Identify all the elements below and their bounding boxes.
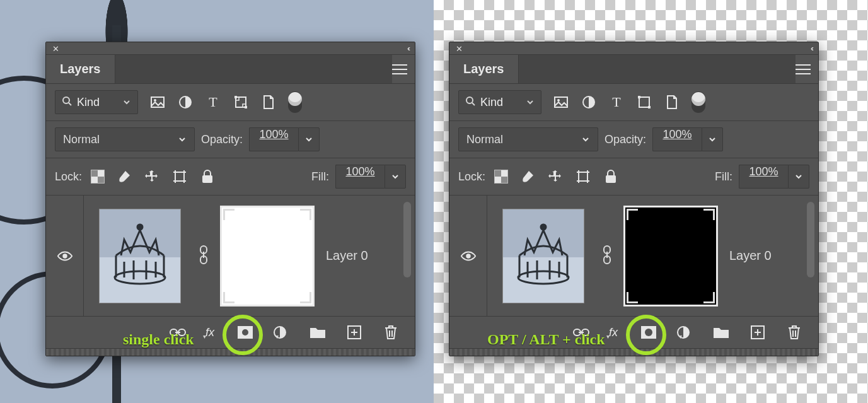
callout-text: OPT / ALT + click	[487, 331, 605, 348]
filter-toggle[interactable]	[288, 91, 302, 113]
svg-rect-9	[234, 96, 237, 98]
svg-point-51	[541, 225, 546, 230]
link-icon[interactable]	[602, 245, 612, 267]
lock-all-icon[interactable]	[199, 168, 216, 185]
new-group-icon[interactable]	[712, 324, 730, 341]
filter-smartobject-icon[interactable]	[664, 94, 680, 110]
tab-layers[interactable]: Layers	[46, 55, 115, 83]
lock-artboard-icon[interactable]	[171, 168, 188, 185]
svg-point-6	[154, 99, 156, 102]
svg-point-17	[63, 254, 67, 258]
panel-titlebar[interactable]: ✕ ‹‹	[46, 42, 415, 55]
fill-input[interactable]: 100%	[739, 165, 788, 189]
fill-dropdown[interactable]	[788, 165, 809, 189]
filter-kind-select[interactable]: Kind	[458, 90, 541, 114]
svg-rect-8	[236, 97, 246, 107]
filter-pixel-icon[interactable]	[149, 94, 166, 110]
layer-style-button[interactable]: fx▾	[609, 326, 621, 339]
filter-shape-icon[interactable]	[636, 94, 652, 110]
new-layer-icon[interactable]	[749, 324, 767, 341]
filter-smartobject-icon[interactable]	[260, 94, 277, 110]
lock-artboard-icon[interactable]	[575, 168, 591, 185]
blend-mode-select[interactable]: Normal	[55, 127, 195, 151]
adjustment-layer-button[interactable]: ▾	[676, 325, 693, 339]
opacity-dropdown[interactable]	[298, 127, 320, 151]
lock-all-icon[interactable]	[603, 168, 619, 185]
opacity-label: Opacity:	[201, 133, 243, 146]
opacity-input[interactable]: 100%	[249, 127, 298, 151]
toggle-knob	[288, 92, 302, 106]
filter-shape-icon[interactable]	[233, 94, 249, 110]
svg-rect-48	[606, 175, 616, 183]
panel-menu-icon[interactable]	[796, 64, 811, 75]
close-icon[interactable]: ✕	[52, 44, 59, 54]
scrollbar[interactable]	[403, 202, 411, 277]
delete-layer-icon[interactable]	[382, 324, 400, 341]
panel-resizer[interactable]	[449, 348, 818, 356]
chevron-down-icon	[122, 98, 131, 107]
blend-mode-select[interactable]: Normal	[458, 127, 598, 151]
new-layer-icon[interactable]	[345, 324, 363, 341]
svg-point-38	[557, 99, 560, 102]
svg-point-35	[466, 97, 473, 103]
svg-point-3	[63, 97, 69, 103]
filter-pixel-icon[interactable]	[553, 94, 569, 110]
layers-panel: ✕ ‹‹ Layers Kind	[45, 42, 415, 356]
scrollbar[interactable]	[807, 202, 814, 277]
close-icon[interactable]: ✕	[456, 44, 463, 54]
lock-position-icon[interactable]	[144, 168, 160, 185]
filter-kind-select[interactable]: Kind	[55, 90, 138, 114]
layer-thumbnail[interactable]	[496, 206, 591, 307]
lock-transparency-icon[interactable]	[494, 170, 508, 184]
layer-row[interactable]: Layer 0	[84, 196, 415, 316]
new-group-icon[interactable]	[309, 324, 327, 341]
lock-brush-icon[interactable]	[519, 168, 536, 185]
add-mask-button[interactable]	[236, 324, 254, 341]
filter-kind-label: Kind	[480, 96, 503, 109]
tab-layers[interactable]: Layers	[449, 55, 519, 83]
chevron-down-icon	[526, 98, 535, 107]
filter-type-icon[interactable]: T	[608, 94, 625, 110]
add-mask-button[interactable]	[640, 324, 657, 341]
svg-rect-41	[638, 96, 640, 98]
callout-text: single click	[123, 331, 194, 348]
svg-line-36	[472, 103, 475, 105]
opacity-dropdown[interactable]	[702, 127, 723, 151]
lock-brush-icon[interactable]	[116, 168, 132, 185]
filter-type-icon[interactable]: T	[205, 94, 221, 110]
collapse-icon[interactable]: ‹‹	[811, 44, 812, 53]
visibility-eye-icon[interactable]	[57, 248, 73, 264]
layer-mask-thumbnail[interactable]	[623, 206, 718, 307]
svg-point-59	[645, 329, 652, 336]
collapse-icon[interactable]: ‹‹	[407, 44, 408, 53]
toggle-knob	[692, 92, 705, 106]
fill-dropdown[interactable]	[385, 165, 406, 189]
blend-row: Normal Opacity: 100%	[46, 121, 415, 158]
layer-mask-thumbnail[interactable]	[220, 206, 315, 307]
filter-row: Kind T	[449, 84, 818, 121]
link-icon[interactable]	[199, 245, 209, 267]
layer-name-label[interactable]: Layer 0	[326, 248, 368, 263]
svg-point-50	[518, 271, 569, 284]
fill-input[interactable]: 100%	[335, 165, 385, 189]
visibility-eye-icon[interactable]	[460, 248, 477, 264]
filter-adjustment-icon[interactable]	[177, 94, 194, 110]
layer-style-button[interactable]: fx▾	[205, 326, 217, 339]
layer-name-label[interactable]: Layer 0	[729, 248, 772, 263]
panel-resizer[interactable]	[46, 348, 415, 356]
lock-row: Lock: Fill: 100%	[46, 158, 415, 196]
svg-rect-10	[245, 106, 247, 108]
blend-mode-value: Normal	[63, 133, 100, 146]
delete-layer-icon[interactable]	[785, 324, 803, 341]
svg-rect-11	[175, 172, 184, 181]
lock-transparency-icon[interactable]	[91, 170, 105, 184]
filter-adjustment-icon[interactable]	[581, 94, 597, 110]
layer-thumbnail[interactable]	[93, 206, 187, 307]
panel-menu-icon[interactable]	[392, 64, 407, 75]
panel-titlebar[interactable]: ✕ ‹‹	[449, 42, 818, 55]
lock-position-icon[interactable]	[547, 168, 564, 185]
filter-toggle[interactable]	[692, 91, 705, 113]
opacity-input[interactable]: 100%	[652, 127, 702, 151]
adjustment-layer-button[interactable]: ▾	[273, 325, 290, 339]
layer-row[interactable]: Layer 0	[487, 196, 818, 316]
